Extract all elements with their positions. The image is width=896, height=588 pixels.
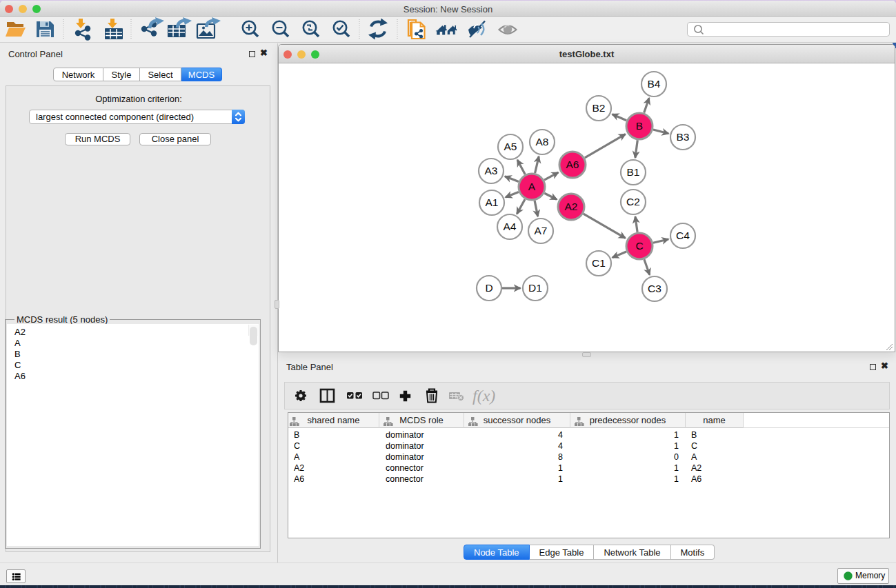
svg-text:A7: A7 — [535, 225, 548, 236]
svg-text:A: A — [528, 181, 536, 192]
svg-text:D1: D1 — [528, 282, 542, 294]
svg-text:A1: A1 — [486, 196, 499, 208]
svg-text:A6: A6 — [566, 159, 579, 170]
svg-text:A4: A4 — [504, 221, 517, 232]
svg-text:f(x): f(x) — [472, 387, 495, 405]
svg-text:C3: C3 — [648, 283, 661, 294]
svg-text:B2: B2 — [593, 102, 606, 114]
svg-text:C1: C1 — [592, 257, 606, 269]
svg-text:C2: C2 — [626, 196, 640, 207]
svg-text:A8: A8 — [536, 136, 549, 148]
svg-text:B4: B4 — [648, 78, 661, 90]
svg-text:D: D — [485, 282, 492, 294]
svg-text:B: B — [636, 120, 643, 132]
svg-text:B3: B3 — [677, 131, 690, 143]
svg-text:A5: A5 — [504, 141, 517, 152]
svg-text:A3: A3 — [485, 165, 498, 176]
svg-text:C4: C4 — [676, 230, 690, 241]
svg-text:C: C — [635, 240, 643, 252]
svg-text:A2: A2 — [565, 201, 578, 212]
svg-text:B1: B1 — [627, 166, 640, 178]
